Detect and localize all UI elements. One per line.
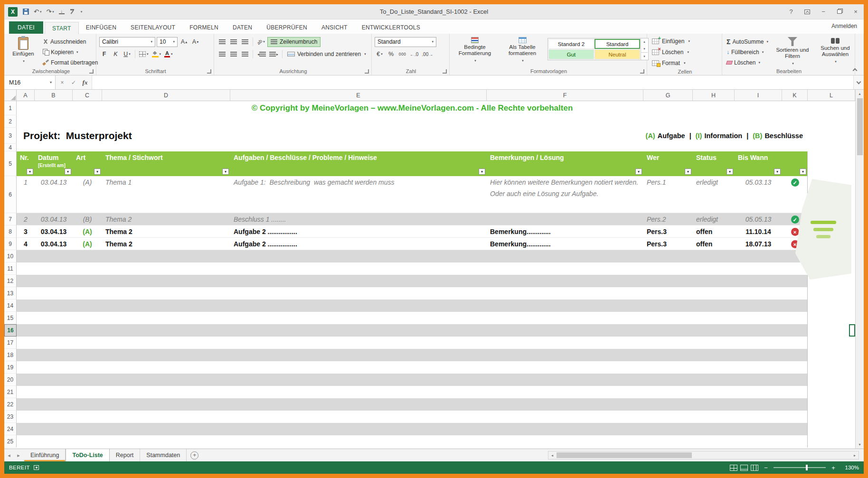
filter-button-G[interactable]: ▾ bbox=[685, 169, 691, 175]
filter-button-C[interactable]: ▾ bbox=[94, 169, 101, 175]
paste-button[interactable]: Einfügen ▾ bbox=[8, 35, 38, 67]
fill-button[interactable]: ↓Füllbereich▾ bbox=[725, 47, 770, 57]
row-band-11[interactable] bbox=[17, 262, 808, 275]
find-select-button[interactable]: Suchen und Auswählen ▾ bbox=[815, 35, 855, 67]
row-header-24[interactable]: 24 bbox=[4, 423, 17, 435]
row-band-20[interactable] bbox=[17, 374, 808, 386]
align-center-button[interactable] bbox=[228, 49, 238, 59]
zoom-out-button[interactable]: − bbox=[763, 464, 769, 471]
cell-F6[interactable]: Hier können weitere Bemerkungen notiert … bbox=[487, 176, 643, 213]
row-header-1[interactable]: 1 bbox=[4, 101, 17, 115]
row-band-24[interactable] bbox=[17, 423, 808, 435]
qat-tool-button-1[interactable]: ↓ bbox=[57, 7, 66, 17]
autosum-button[interactable]: ΣAutoSumme▾ bbox=[725, 37, 770, 47]
cell-C6[interactable]: (A) bbox=[73, 176, 102, 213]
column-header-B[interactable]: B bbox=[35, 90, 73, 101]
ribbon-tab-datei[interactable]: DATEI bbox=[9, 21, 43, 34]
cell-C8[interactable]: (A) bbox=[73, 225, 102, 237]
align-middle-button[interactable] bbox=[228, 37, 238, 47]
filter-button-B[interactable]: ▾ bbox=[65, 169, 71, 175]
name-box[interactable]: M16 ▾ bbox=[4, 75, 56, 89]
cell-D7[interactable]: Thema 2 bbox=[102, 213, 230, 225]
row-header-9[interactable]: 9 bbox=[4, 238, 17, 250]
row-header-20[interactable]: 20 bbox=[4, 374, 17, 386]
enter-button[interactable]: ✓ bbox=[68, 75, 79, 89]
column-header-H[interactable]: H bbox=[693, 90, 735, 101]
cell-C7[interactable]: (B) bbox=[73, 213, 102, 225]
save-button[interactable] bbox=[21, 7, 31, 17]
cell-G6[interactable]: Pers.1 bbox=[643, 176, 693, 213]
filter-button-A[interactable]: ▾ bbox=[27, 169, 33, 175]
sort-filter-button[interactable]: Sortieren und Filtern ▾ bbox=[773, 35, 812, 67]
cell-D6[interactable]: Thema 1 bbox=[102, 176, 230, 213]
delete-cells-button[interactable]: Löschen▾ bbox=[650, 47, 720, 57]
row-header-10[interactable]: 10 bbox=[4, 250, 17, 262]
number-format-select[interactable]: Standard▾ bbox=[375, 37, 436, 47]
cell-H6[interactable]: erledigt bbox=[693, 176, 735, 213]
align-left-button[interactable] bbox=[217, 49, 227, 59]
cell-B7[interactable]: 03.04.13 bbox=[35, 213, 73, 225]
filter-button-I[interactable]: ▾ bbox=[774, 169, 781, 175]
row-header-3[interactable]: 3 bbox=[4, 128, 17, 144]
column-header-A[interactable]: A bbox=[17, 90, 35, 101]
italic-button[interactable]: K bbox=[111, 49, 121, 59]
sheet-tab-todo-liste[interactable]: ToDo-Liste bbox=[66, 449, 109, 461]
filter-button-K[interactable]: ▾ bbox=[800, 169, 806, 175]
redo-button[interactable]: ↷▾ bbox=[44, 7, 56, 17]
row-band-15[interactable] bbox=[17, 312, 808, 324]
row-header-4[interactable]: 4 bbox=[4, 144, 17, 151]
align-bottom-button[interactable] bbox=[240, 37, 250, 47]
restore-button[interactable] bbox=[831, 4, 848, 19]
row-header-15[interactable]: 15 bbox=[4, 312, 17, 324]
copy-button[interactable]: Kopieren▾ bbox=[41, 47, 99, 57]
cell-D8[interactable]: Thema 2 bbox=[102, 225, 230, 237]
percent-format-button[interactable]: % bbox=[386, 49, 396, 59]
row-header-17[interactable]: 17 bbox=[4, 337, 17, 349]
cell-B6[interactable]: 03.04.13 bbox=[35, 176, 73, 213]
row-band-16[interactable] bbox=[17, 324, 808, 337]
format-cells-button[interactable]: Format▾ bbox=[650, 58, 720, 68]
row-band-18[interactable] bbox=[17, 349, 808, 361]
decrease-indent-button[interactable]: ◂ bbox=[256, 49, 267, 59]
currency-format-button[interactable]: €▾ bbox=[375, 49, 385, 59]
zoom-slider[interactable] bbox=[774, 467, 826, 468]
cell-A7[interactable]: 2 bbox=[17, 213, 35, 225]
ribbon-tab-überprüfen[interactable]: ÜBERPRÜFEN bbox=[259, 21, 314, 34]
page-break-view-button[interactable] bbox=[751, 465, 758, 471]
cell-G7[interactable]: Pers.2 bbox=[643, 213, 693, 225]
row-header-8[interactable]: 8 bbox=[4, 225, 17, 238]
align-top-button[interactable] bbox=[217, 37, 227, 47]
row-band-6[interactable]: 103.04.13(A)Thema 1Aufgabe 1: Beschreibu… bbox=[17, 176, 808, 213]
cell-I8[interactable]: 11.10.14 bbox=[735, 225, 782, 237]
cut-button[interactable]: Ausschneiden bbox=[41, 37, 99, 47]
help-button[interactable]: ? bbox=[783, 4, 799, 19]
dialog-launcher-icon[interactable] bbox=[89, 69, 94, 74]
row-header-19[interactable]: 19 bbox=[4, 361, 17, 374]
zoom-slider-thumb[interactable] bbox=[806, 465, 808, 470]
dialog-launcher-icon[interactable] bbox=[443, 69, 447, 74]
align-right-button[interactable] bbox=[240, 49, 250, 59]
style-item-gut[interactable]: Gut bbox=[548, 49, 594, 59]
row-band-23[interactable] bbox=[17, 411, 808, 423]
decrease-decimal-button[interactable]: .00→ bbox=[421, 49, 434, 59]
tab-scroll-right-button[interactable]: ▸ bbox=[14, 449, 23, 461]
row-header-16[interactable]: 16 bbox=[4, 324, 17, 337]
row-band-5[interactable]: Nr.▾Datum[Erstellt am]▾Art▾Thema / Stich… bbox=[17, 151, 808, 176]
row-header-22[interactable]: 22 bbox=[4, 398, 17, 411]
cell-H8[interactable]: offen bbox=[693, 225, 735, 237]
style-item-standard-2[interactable]: Standard 2 bbox=[548, 39, 594, 49]
row-header-12[interactable]: 12 bbox=[4, 275, 17, 287]
format-as-table-button[interactable]: Als Tabelle formatieren ▾ bbox=[500, 35, 545, 67]
merge-center-button[interactable]: Verbinden und zentrieren▾ bbox=[285, 49, 368, 59]
filter-button-E[interactable]: ▾ bbox=[479, 169, 485, 175]
row-header-21[interactable]: 21 bbox=[4, 386, 17, 398]
collapse-ribbon-button[interactable] bbox=[850, 66, 859, 73]
customize-quick-access-button[interactable]: ▾ bbox=[78, 7, 85, 17]
scroll-up-button[interactable]: ▴ bbox=[856, 90, 864, 98]
fill-color-button[interactable]: ▾ bbox=[151, 49, 162, 59]
gallery-more-button[interactable]: ▾ bbox=[641, 52, 648, 60]
increase-font-button[interactable]: A▴ bbox=[179, 37, 189, 47]
row-header-2[interactable]: 2 bbox=[4, 115, 17, 128]
ribbon-display-options-button[interactable] bbox=[799, 4, 815, 19]
font-size-select[interactable]: 10▾ bbox=[157, 37, 178, 47]
